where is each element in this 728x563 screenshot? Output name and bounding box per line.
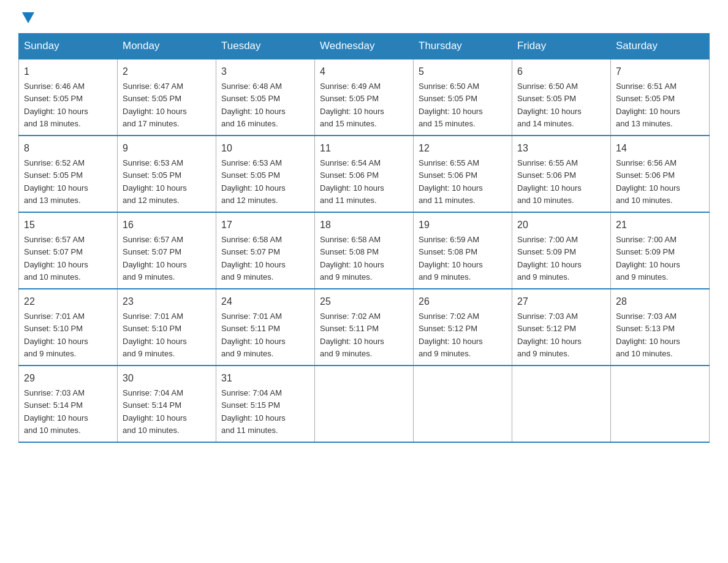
calendar-cell: 24 Sunrise: 7:01 AMSunset: 5:11 PMDaylig… — [216, 289, 315, 366]
day-info: Sunrise: 7:03 AMSunset: 5:13 PMDaylight:… — [616, 312, 680, 358]
calendar-cell: 9 Sunrise: 6:53 AMSunset: 5:05 PMDayligh… — [118, 136, 216, 212]
calendar-cell: 12 Sunrise: 6:55 AMSunset: 5:06 PMDaylig… — [414, 136, 512, 212]
calendar-cell: 5 Sunrise: 6:50 AMSunset: 5:05 PMDayligh… — [414, 59, 512, 136]
weekday-header-thursday: Thursday — [414, 34, 512, 59]
day-number: 24 — [221, 294, 309, 309]
weekday-header-saturday: Saturday — [611, 34, 710, 59]
day-number: 5 — [419, 64, 507, 79]
calendar-cell: 15 Sunrise: 6:57 AMSunset: 5:07 PMDaylig… — [19, 212, 118, 289]
day-info: Sunrise: 7:01 AMSunset: 5:11 PMDaylight:… — [221, 312, 286, 358]
page-header — [18, 12, 710, 23]
day-number: 10 — [221, 141, 309, 156]
calendar-cell: 26 Sunrise: 7:02 AMSunset: 5:12 PMDaylig… — [414, 289, 512, 366]
day-info: Sunrise: 7:01 AMSunset: 5:10 PMDaylight:… — [123, 312, 187, 358]
weekday-header-wednesday: Wednesday — [315, 34, 414, 59]
calendar-cell: 25 Sunrise: 7:02 AMSunset: 5:11 PMDaylig… — [315, 289, 414, 366]
day-number: 18 — [320, 218, 408, 232]
day-number: 12 — [419, 141, 507, 156]
calendar-cell: 11 Sunrise: 6:54 AMSunset: 5:06 PMDaylig… — [315, 136, 414, 212]
day-info: Sunrise: 6:48 AMSunset: 5:05 PMDaylight:… — [221, 82, 286, 128]
day-number: 7 — [616, 64, 704, 79]
calendar-cell: 28 Sunrise: 7:03 AMSunset: 5:13 PMDaylig… — [611, 289, 710, 366]
day-number: 3 — [221, 64, 309, 79]
calendar-cell — [315, 366, 414, 442]
day-info: Sunrise: 6:58 AMSunset: 5:07 PMDaylight:… — [221, 235, 286, 282]
calendar-cell: 7 Sunrise: 6:51 AMSunset: 5:05 PMDayligh… — [611, 59, 710, 136]
day-number: 13 — [517, 141, 605, 156]
day-number: 17 — [221, 218, 309, 232]
day-info: Sunrise: 6:46 AMSunset: 5:05 PMDaylight:… — [24, 82, 88, 128]
calendar-cell: 2 Sunrise: 6:47 AMSunset: 5:05 PMDayligh… — [118, 59, 216, 136]
calendar-cell: 23 Sunrise: 7:01 AMSunset: 5:10 PMDaylig… — [118, 289, 216, 366]
calendar-cell: 22 Sunrise: 7:01 AMSunset: 5:10 PMDaylig… — [19, 289, 118, 366]
calendar-table: SundayMondayTuesdayWednesdayThursdayFrid… — [18, 33, 710, 443]
day-info: Sunrise: 6:50 AMSunset: 5:05 PMDaylight:… — [419, 82, 483, 128]
calendar-week-row: 8 Sunrise: 6:52 AMSunset: 5:05 PMDayligh… — [19, 136, 710, 212]
calendar-cell: 6 Sunrise: 6:50 AMSunset: 5:05 PMDayligh… — [512, 59, 611, 136]
day-info: Sunrise: 6:58 AMSunset: 5:08 PMDaylight:… — [320, 235, 384, 282]
day-info: Sunrise: 6:51 AMSunset: 5:05 PMDaylight:… — [616, 82, 680, 128]
calendar-cell: 13 Sunrise: 6:55 AMSunset: 5:06 PMDaylig… — [512, 136, 611, 212]
calendar-cell: 10 Sunrise: 6:53 AMSunset: 5:05 PMDaylig… — [216, 136, 315, 212]
weekday-header-monday: Monday — [118, 34, 216, 59]
calendar-cell: 16 Sunrise: 6:57 AMSunset: 5:07 PMDaylig… — [118, 212, 216, 289]
day-number: 2 — [123, 64, 211, 79]
day-info: Sunrise: 6:49 AMSunset: 5:05 PMDaylight:… — [320, 82, 384, 128]
day-info: Sunrise: 6:55 AMSunset: 5:06 PMDaylight:… — [419, 158, 483, 205]
day-number: 22 — [24, 294, 112, 309]
logo-blue-text — [18, 12, 34, 23]
calendar-cell — [414, 366, 512, 442]
calendar-cell: 19 Sunrise: 6:59 AMSunset: 5:08 PMDaylig… — [414, 212, 512, 289]
calendar-cell: 20 Sunrise: 7:00 AMSunset: 5:09 PMDaylig… — [512, 212, 611, 289]
day-number: 25 — [320, 294, 408, 309]
calendar-cell: 18 Sunrise: 6:58 AMSunset: 5:08 PMDaylig… — [315, 212, 414, 289]
calendar-cell: 17 Sunrise: 6:58 AMSunset: 5:07 PMDaylig… — [216, 212, 315, 289]
day-number: 11 — [320, 141, 408, 156]
calendar-week-row: 15 Sunrise: 6:57 AMSunset: 5:07 PMDaylig… — [19, 212, 710, 289]
calendar-cell: 21 Sunrise: 7:00 AMSunset: 5:09 PMDaylig… — [611, 212, 710, 289]
day-info: Sunrise: 6:59 AMSunset: 5:08 PMDaylight:… — [419, 235, 483, 282]
day-info: Sunrise: 6:50 AMSunset: 5:05 PMDaylight:… — [517, 82, 582, 128]
day-number: 14 — [616, 141, 704, 156]
day-info: Sunrise: 6:52 AMSunset: 5:05 PMDaylight:… — [24, 158, 88, 205]
calendar-cell: 29 Sunrise: 7:03 AMSunset: 5:14 PMDaylig… — [19, 366, 118, 442]
day-number: 20 — [517, 218, 605, 232]
day-info: Sunrise: 7:00 AMSunset: 5:09 PMDaylight:… — [517, 235, 582, 282]
day-number: 1 — [24, 64, 112, 79]
calendar-cell — [611, 366, 710, 442]
calendar-cell: 8 Sunrise: 6:52 AMSunset: 5:05 PMDayligh… — [19, 136, 118, 212]
day-info: Sunrise: 7:02 AMSunset: 5:11 PMDaylight:… — [320, 312, 384, 358]
day-info: Sunrise: 7:04 AMSunset: 5:14 PMDaylight:… — [123, 388, 187, 435]
day-info: Sunrise: 6:47 AMSunset: 5:05 PMDaylight:… — [123, 82, 187, 128]
calendar-cell: 30 Sunrise: 7:04 AMSunset: 5:14 PMDaylig… — [118, 366, 216, 442]
calendar-cell: 4 Sunrise: 6:49 AMSunset: 5:05 PMDayligh… — [315, 59, 414, 136]
day-number: 15 — [24, 218, 112, 232]
day-info: Sunrise: 6:53 AMSunset: 5:05 PMDaylight:… — [221, 158, 286, 205]
logo-triangle-icon — [22, 12, 34, 23]
calendar-week-row: 29 Sunrise: 7:03 AMSunset: 5:14 PMDaylig… — [19, 366, 710, 442]
day-info: Sunrise: 7:03 AMSunset: 5:14 PMDaylight:… — [24, 388, 88, 435]
day-number: 21 — [616, 218, 704, 232]
calendar-cell: 31 Sunrise: 7:04 AMSunset: 5:15 PMDaylig… — [216, 366, 315, 442]
day-info: Sunrise: 6:57 AMSunset: 5:07 PMDaylight:… — [123, 235, 187, 282]
day-info: Sunrise: 7:01 AMSunset: 5:10 PMDaylight:… — [24, 312, 88, 358]
day-number: 31 — [221, 371, 309, 386]
calendar-cell — [512, 366, 611, 442]
weekday-header-friday: Friday — [512, 34, 611, 59]
calendar-week-row: 22 Sunrise: 7:01 AMSunset: 5:10 PMDaylig… — [19, 289, 710, 366]
calendar-cell: 14 Sunrise: 6:56 AMSunset: 5:06 PMDaylig… — [611, 136, 710, 212]
day-number: 30 — [123, 371, 211, 386]
day-number: 9 — [123, 141, 211, 156]
day-info: Sunrise: 7:00 AMSunset: 5:09 PMDaylight:… — [616, 235, 680, 282]
weekday-header-sunday: Sunday — [19, 34, 118, 59]
day-number: 28 — [616, 294, 704, 309]
calendar-cell: 3 Sunrise: 6:48 AMSunset: 5:05 PMDayligh… — [216, 59, 315, 136]
day-info: Sunrise: 6:53 AMSunset: 5:05 PMDaylight:… — [123, 158, 187, 205]
calendar-cell: 1 Sunrise: 6:46 AMSunset: 5:05 PMDayligh… — [19, 59, 118, 136]
day-info: Sunrise: 6:54 AMSunset: 5:06 PMDaylight:… — [320, 158, 384, 205]
logo — [18, 12, 34, 23]
day-number: 29 — [24, 371, 112, 386]
calendar-cell: 27 Sunrise: 7:03 AMSunset: 5:12 PMDaylig… — [512, 289, 611, 366]
day-number: 8 — [24, 141, 112, 156]
day-info: Sunrise: 7:02 AMSunset: 5:12 PMDaylight:… — [419, 312, 483, 358]
